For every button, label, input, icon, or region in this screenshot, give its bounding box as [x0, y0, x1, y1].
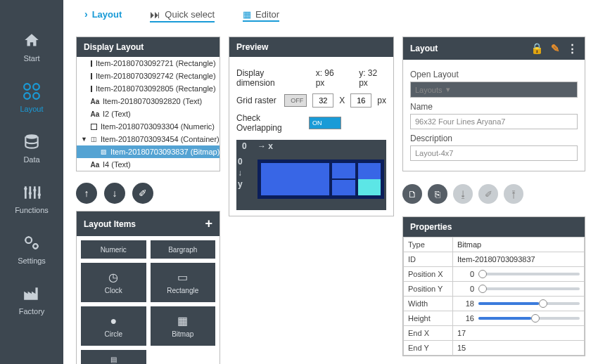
- prop-key: End X: [404, 326, 453, 341]
- panel-title: Properties: [410, 222, 452, 232]
- sidebar-item-functions[interactable]: Functions: [15, 183, 49, 214]
- clear-button[interactable]: ✐: [478, 184, 498, 204]
- move-down-button[interactable]: ↓: [104, 183, 125, 204]
- prop-value: 15: [457, 344, 466, 352]
- tile-numeric[interactable]: Numeric: [81, 240, 146, 259]
- prop-slider[interactable]: [478, 287, 580, 290]
- action-row: 🗋 ⎘ ⭳ ✐ ⭱: [402, 184, 585, 204]
- tree-item-label: Item-20180703092805 (Rectangle): [96, 84, 216, 93]
- film-icon: ▤: [110, 356, 117, 363]
- copy-button[interactable]: ⎘: [428, 184, 447, 204]
- tile-label: Rectangle: [167, 287, 198, 294]
- tile-label: Bargraph: [168, 246, 197, 254]
- move-up-button[interactable]: ↑: [76, 183, 97, 204]
- dimension-x: x: 96 px: [316, 68, 343, 88]
- sidebar-item-layout[interactable]: Layout: [20, 82, 43, 113]
- tile-clock[interactable]: ◷Clock: [81, 263, 146, 302]
- bitmap-icon: ▨: [101, 148, 107, 156]
- preview-canvas[interactable]: 0 → x 0 ↓ y: [236, 140, 386, 210]
- tile-label: Clock: [105, 287, 122, 294]
- origin-zero: 0: [242, 141, 247, 151]
- tree-item-label: Item-20180703093837 (Bitmap): [110, 148, 220, 156]
- sidebar-item-start[interactable]: Start: [23, 32, 41, 63]
- prop-key: Type: [404, 238, 453, 252]
- name-input[interactable]: [410, 114, 578, 129]
- grid-icon: ▦: [243, 9, 251, 20]
- prop-slider[interactable]: [478, 317, 580, 320]
- grid-y-input[interactable]: [350, 93, 371, 108]
- sidebar-item-settings[interactable]: Settings: [18, 234, 46, 265]
- prop-slider[interactable]: [478, 302, 580, 305]
- tab-editor[interactable]: ▦Editor: [243, 6, 279, 23]
- chevron-down-icon: ▾: [446, 85, 450, 94]
- rect-icon: [91, 86, 92, 92]
- panel-title: Layout: [410, 44, 438, 53]
- add-item-button[interactable]: +: [205, 216, 212, 231]
- tile-more[interactable]: ▤: [81, 350, 146, 364]
- tree-item[interactable]: ▼◫Item-20180703093454 (Container): [77, 133, 220, 145]
- tile-bitmap[interactable]: ▦Bitmap: [151, 306, 216, 346]
- overlap-label: Check Overlapping: [236, 113, 303, 133]
- overlap-toggle[interactable]: ON: [309, 117, 341, 129]
- tile-rectangle[interactable]: ▭Rectangle: [151, 263, 216, 302]
- layouts-dropdown[interactable]: Layouts▾: [410, 82, 578, 98]
- prop-key: ID: [404, 252, 453, 267]
- sidebar-label: Functions: [15, 206, 49, 214]
- tree-item-label: Item-20180703092721 (Rectangle): [96, 59, 216, 67]
- tree-item[interactable]: ▨Item-20180703093837 (Bitmap): [77, 145, 220, 158]
- clock-icon: ◷: [108, 271, 118, 284]
- grid-label: Grid raster: [236, 96, 279, 105]
- svg-point-5: [25, 237, 32, 243]
- tree-item[interactable]: AaItem-20180703092820 (Text): [77, 95, 220, 108]
- tree-item[interactable]: Item-20180703093304 (Numeric): [77, 120, 220, 133]
- grid-toggle[interactable]: OFF: [284, 94, 307, 107]
- tab-layout[interactable]: ›Layout: [84, 5, 122, 23]
- sidebar-item-factory[interactable]: Factory: [19, 285, 45, 316]
- prop-value: 0: [457, 270, 474, 278]
- tree-item-label: Item-20180703092742 (Rectangle): [96, 72, 216, 80]
- fast-forward-icon: ⏭: [150, 8, 160, 20]
- prop-row: Width18: [404, 297, 585, 311]
- layout-tree[interactable]: Item-20180703092721 (Rectangle)Item-2018…: [77, 57, 220, 171]
- text-icon: Aa: [91, 97, 99, 105]
- tile-bargraph[interactable]: Bargraph: [151, 240, 216, 259]
- sidebar-item-data[interactable]: Data: [23, 133, 41, 164]
- prop-slider[interactable]: [478, 273, 580, 275]
- prop-key: Width: [404, 297, 453, 311]
- prop-key: Height: [404, 311, 453, 326]
- desc-input[interactable]: [410, 145, 578, 161]
- chevron-right-icon: ›: [84, 8, 88, 20]
- tree-item[interactable]: Item-20180703092721 (Rectangle): [77, 57, 220, 70]
- grid-x-input[interactable]: [312, 93, 333, 108]
- new-button[interactable]: 🗋: [402, 184, 422, 204]
- svg-point-0: [25, 134, 37, 139]
- tile-circle[interactable]: ●Circle: [81, 306, 146, 346]
- panel-title: Layout Items: [84, 219, 136, 229]
- prop-row: End X17: [404, 326, 585, 341]
- dimension-label: Display dimension: [236, 68, 300, 88]
- edit-icon[interactable]: ✎: [551, 42, 560, 55]
- lock-icon[interactable]: 🔒: [530, 42, 544, 55]
- download-button[interactable]: ⭳: [453, 184, 473, 204]
- tab-layout-label: Layout: [92, 9, 122, 20]
- prop-key: Position Y: [404, 282, 453, 297]
- sidebar-label: Data: [23, 155, 39, 164]
- tile-label: Circle: [104, 330, 122, 338]
- preview-rect: [257, 160, 384, 199]
- tree-item[interactable]: Item-20180703092805 (Rectangle): [77, 82, 220, 95]
- menu-icon[interactable]: ⋮: [567, 42, 578, 55]
- tree-item-label: Item-20180703093454 (Container): [101, 135, 220, 143]
- prop-value: 0: [457, 285, 474, 293]
- tree-item-label: I4 (Text): [103, 160, 131, 169]
- dimension-y: y: 32 px: [359, 68, 386, 88]
- erase-button[interactable]: ✐: [132, 183, 153, 204]
- tree-item[interactable]: AaI4 (Text): [77, 158, 220, 171]
- prop-value: Bitmap: [457, 240, 481, 249]
- axis-x: → x: [257, 141, 273, 151]
- rectangle-icon: ▭: [177, 271, 188, 284]
- tree-item[interactable]: Item-20180703092742 (Rectangle): [77, 70, 220, 82]
- upload-button[interactable]: ⭱: [504, 184, 523, 204]
- tab-quick-select[interactable]: ⏭Quick select: [150, 5, 215, 24]
- tree-item-label: I2 (Text): [103, 110, 131, 118]
- tree-item[interactable]: AaI2 (Text): [77, 108, 220, 120]
